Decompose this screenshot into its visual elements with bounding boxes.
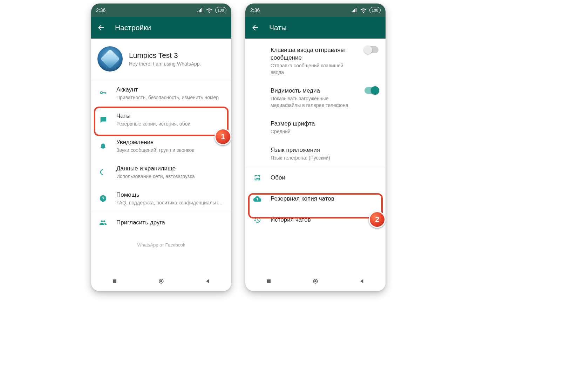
setting-label: Обои [271,174,379,182]
setting-wallpaper[interactable]: Обои [245,167,386,188]
help-icon [98,194,108,203]
settings-item-sub: Звуки сообщений, групп и звонков [116,147,224,154]
setting-font-size[interactable]: Размер шрифта Средний [245,114,386,141]
setting-sub: Отправка сообщений клавишей ввода [271,62,356,76]
profile-status: Hey there! I am using WhatsApp. [129,61,201,67]
settings-item-label: Аккаунт [116,86,224,94]
battery-indicator: 100 [215,7,226,13]
wifi-icon [360,7,367,13]
appbar-title: Настройки [115,23,151,32]
avatar [97,46,123,72]
settings-item-help[interactable]: Помощь FAQ, поддержка, политика конфиден… [91,185,231,212]
svg-rect-0 [113,279,116,283]
chat-icon [98,115,108,124]
settings-item-label: Чаты [116,112,224,120]
phone-settings: 2:36 100 Настройки Lumpics Test 3 Hey th… [91,4,231,291]
svg-rect-3 [267,279,271,283]
nav-home-button[interactable] [312,278,319,285]
settings-content: Lumpics Test 3 Hey there! I am using Wha… [91,39,231,271]
annotation-badge-2: 2 [369,211,386,228]
settings-item-chats[interactable]: Чаты Резервные копии, история, обои [91,107,231,133]
settings-item-data[interactable]: Данные и хранилище Использование сети, а… [91,159,231,185]
setting-sub: Язык телефона: (Русский) [271,155,379,161]
settings-item-label: Уведомления [116,138,224,146]
setting-label: Резервная копия чатов [271,195,379,203]
profile-row[interactable]: Lumpics Test 3 Hey there! I am using Wha… [91,39,231,80]
status-icons: 100 [197,7,226,13]
annotation-badge-1: 1 [214,128,231,145]
settings-item-label: Помощь [116,191,224,199]
wifi-icon [206,7,212,13]
setting-label: Клавиша ввода отправляет сообщение [271,46,356,62]
appbar-title: Чаты [269,23,287,32]
back-button[interactable] [94,21,108,35]
history-icon [252,215,262,225]
app-bar: Настройки [91,17,231,39]
settings-item-sub: Использование сети, автозагрузка [116,173,224,180]
status-icons: 100 [351,7,381,13]
data-usage-icon [98,167,108,177]
status-bar: 2:36 100 [245,4,386,17]
setting-label: Язык приложения [271,146,379,154]
setting-enter-sends[interactable]: Клавиша ввода отправляет сообщение Отпра… [245,39,386,81]
android-nav-bar [91,271,231,291]
settings-item-sub: Резервные копии, история, обои [116,121,224,127]
android-nav-bar [245,271,386,291]
setting-sub: Показывать загруженные медиафайлы в гале… [271,95,356,109]
svg-point-5 [314,280,316,282]
setting-sub: Средний [271,128,379,135]
svg-point-2 [160,280,162,282]
nav-home-button[interactable] [158,278,165,285]
settings-item-label: Данные и хранилище [116,165,224,173]
toggle-media-visibility[interactable] [365,87,379,94]
settings-item-label: Пригласить друга [116,219,224,227]
key-icon [98,88,108,98]
back-button[interactable] [248,21,262,35]
nav-back-button[interactable] [359,278,366,285]
status-time: 2:36 [250,7,260,13]
wallpaper-icon [252,173,262,183]
settings-item-invite[interactable]: Пригласить друга [91,212,231,233]
people-icon [98,218,108,228]
setting-label: История чатов [271,216,379,224]
app-bar: Чаты [245,17,386,39]
signal-icon [351,7,357,13]
battery-indicator: 100 [369,7,381,13]
setting-label: Видимость медиа [271,87,356,95]
settings-item-account[interactable]: Аккаунт Приватность, безопасность, измен… [91,80,231,107]
nav-back-button[interactable] [204,278,211,285]
tutorial-screenshot: 2:36 100 Настройки Lumpics Test 3 Hey th… [0,0,579,392]
chats-settings-content: Клавиша ввода отправляет сообщение Отпра… [245,39,386,271]
nav-recent-button[interactable] [265,278,272,285]
setting-app-language[interactable]: Язык приложения Язык телефона: (Русский) [245,141,386,167]
bell-icon [98,141,108,151]
profile-name: Lumpics Test 3 [129,51,201,60]
setting-chat-backup[interactable]: Резервная копия чатов [245,188,386,209]
settings-item-sub: FAQ, поддержка, политика конфиденциальн… [116,200,224,206]
arrow-back-icon [251,23,259,32]
toggle-enter-sends[interactable] [365,46,379,53]
footer-note: WhatsApp от Facebook [91,233,231,257]
cloud-upload-icon [252,194,262,204]
nav-recent-button[interactable] [111,278,118,285]
arrow-back-icon [97,23,105,32]
settings-item-sub: Приватность, безопасность, изменить номе… [116,94,224,101]
signal-icon [197,7,203,13]
status-time: 2:36 [96,7,105,13]
phone-chats-settings: 2:36 100 Чаты Клавиша ввода отправляет с… [245,4,386,291]
setting-chat-history[interactable]: История чатов [245,209,386,230]
status-bar: 2:36 100 [91,4,231,17]
setting-label: Размер шрифта [271,120,379,128]
settings-item-notifications[interactable]: Уведомления Звуки сообщений, групп и зво… [91,133,231,159]
setting-media-visibility[interactable]: Видимость медиа Показывать загруженные м… [245,81,386,114]
